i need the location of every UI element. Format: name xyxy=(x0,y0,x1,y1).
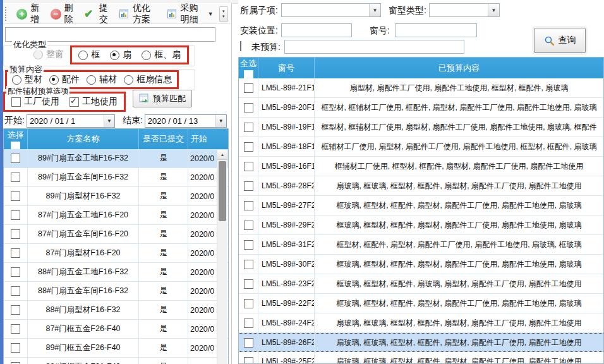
chevron-down-icon[interactable]: ▼ xyxy=(215,115,226,127)
row-checkbox[interactable] xyxy=(11,210,20,220)
table-row[interactable]: LM5L-89#-24F22扇玻璃, 框玻璃, 框型材, 框配件, 扇型材, 扇… xyxy=(239,313,603,333)
table-row[interactable]: LM5L-89#-30F28框玻璃, 框型材, 框配件, 扇型材, 扇配件工厂使… xyxy=(239,255,603,274)
radio-option-型材[interactable]: 型材 xyxy=(12,74,42,85)
row-checkbox[interactable] xyxy=(244,240,253,250)
toolbar-button-1[interactable]: 新增 xyxy=(12,0,45,28)
install-position-input[interactable] xyxy=(281,23,352,37)
table-row[interactable]: 87#门框五金F26-F40是2020/0 xyxy=(4,320,228,339)
chevron-down-icon[interactable]: ▼ xyxy=(488,4,499,16)
chevron-down-icon[interactable]: ▼ xyxy=(208,11,214,17)
row-checkbox[interactable] xyxy=(244,318,253,328)
row-checkbox[interactable] xyxy=(244,83,253,93)
budgeted-content-column-header[interactable]: 已预算内容 xyxy=(315,58,603,78)
row-checkbox[interactable] xyxy=(11,173,20,182)
row-checkbox[interactable] xyxy=(11,324,20,334)
toolbar-button-3[interactable]: 提交 xyxy=(80,0,114,28)
toolbar-button-4[interactable]: 优化方案 xyxy=(114,0,162,28)
toolbar-button-2[interactable]: 删除 xyxy=(46,0,80,28)
radio-icon[interactable] xyxy=(49,75,59,85)
row-checkbox[interactable] xyxy=(11,191,20,201)
scrollbar-thumb[interactable] xyxy=(219,161,226,221)
table-row[interactable]: LM5L-89#-27F25框玻璃, 框型材, 框配件, 扇型材, 扇配件工厂使… xyxy=(239,196,603,215)
table-row[interactable]: LM5L-89#-29F27框玻璃, 框型材, 框配件, 扇型材, 扇配件工厂使… xyxy=(239,215,603,235)
checkbox-option-工地使用[interactable]: 工地使用 xyxy=(69,96,118,107)
select-all-checkbox[interactable] xyxy=(244,70,253,78)
row-checkbox[interactable] xyxy=(244,260,253,269)
radio-option-配件[interactable]: 配件 xyxy=(49,74,80,85)
table-row[interactable]: LM5L-89#-16F15框辅材工厂使用, 框型材, 框配件, 扇型材, 扇配… xyxy=(239,157,603,176)
table-row[interactable]: 89#门扇五金工地F16-F32是2020/0 xyxy=(4,149,228,168)
row-checkbox[interactable] xyxy=(11,248,20,258)
row-checkbox[interactable] xyxy=(11,154,20,163)
window-no-column-header[interactable]: 窗号 xyxy=(258,58,315,78)
radio-icon[interactable] xyxy=(78,51,88,60)
sub-item-combobox[interactable]: ▼ xyxy=(281,3,381,17)
checkbox-option-工厂使用[interactable]: 工厂使用 xyxy=(11,96,59,107)
table-row[interactable]: 88#门框五金F21-F40是2020/0 xyxy=(4,358,228,364)
radio-option-扇[interactable]: 扇 xyxy=(110,49,131,61)
radio-icon[interactable] xyxy=(142,51,151,60)
submitted-column-header[interactable]: 是否已提交 xyxy=(139,129,188,149)
table-row[interactable]: 87#门扇五金工地F16-F20是2020/0 xyxy=(4,206,228,225)
table-row[interactable]: 89#门扇型材F16-F32是2020/0 xyxy=(4,187,228,206)
radio-option-框[interactable]: 框 xyxy=(78,49,100,61)
row-checkbox[interactable] xyxy=(11,267,20,277)
row-checkbox[interactable] xyxy=(244,221,253,230)
table-row[interactable]: LM5L-89#-20F18框型材, 框辅材工厂使用, 框配件, 扇型材, 扇配… xyxy=(239,98,603,118)
checkbox-icon[interactable] xyxy=(11,97,21,107)
row-checkbox[interactable] xyxy=(244,357,253,364)
table-row[interactable]: 87#门扇型材F16-F20是2020/0 xyxy=(4,244,228,263)
no-budget-input[interactable] xyxy=(284,40,464,54)
row-checkbox[interactable] xyxy=(11,305,20,315)
budget-match-button[interactable]: 预算匹配 xyxy=(133,90,192,107)
scroll-up-icon[interactable]: ▲ xyxy=(217,150,227,160)
table-row[interactable]: LM5L-89#-18F16框辅材工厂使用, 扇型材, 扇配件工厂使用, 扇配件… xyxy=(239,137,603,157)
row-checkbox[interactable] xyxy=(244,123,253,132)
table-row[interactable]: 88#门扇五金车间F16-F32是2020/0 xyxy=(4,282,228,301)
row-checkbox[interactable] xyxy=(244,142,253,152)
chevron-down-icon[interactable]: ▼ xyxy=(104,115,114,127)
table-row[interactable]: LM5L-89#-25F23扇玻璃, 框玻璃, 框型材, 框配件, 扇型材, 扇… xyxy=(239,352,603,364)
date-start-picker[interactable]: 2020 / 01 / 1 ▼ xyxy=(27,114,115,128)
radio-option-框、扇[interactable]: 框、扇 xyxy=(142,49,181,61)
table-row[interactable]: 88#门扇五金工地F16-F32是2020/0 xyxy=(4,263,228,282)
radio-option-框扇信息[interactable]: 框扇信息 xyxy=(124,74,172,85)
select-all-checkbox[interactable] xyxy=(11,142,20,149)
checkbox-icon[interactable] xyxy=(69,97,79,107)
radio-icon[interactable] xyxy=(124,75,133,85)
no-budget-checkbox[interactable] xyxy=(240,41,241,51)
table-row[interactable]: 87#门扇五金车间F16-F20是2020/0 xyxy=(4,225,228,244)
chevron-down-icon[interactable]: ▼ xyxy=(369,4,380,16)
toolbar-button-5[interactable]: 采购明细▼ xyxy=(162,0,218,28)
row-checkbox[interactable] xyxy=(11,286,20,296)
window-type-combobox[interactable]: ▼ xyxy=(429,3,500,17)
table-row[interactable]: 88#门扇型材F16-F32是2020/0 xyxy=(4,301,228,320)
row-checkbox[interactable] xyxy=(244,181,253,191)
table-row[interactable]: LM5L-89#-31F29框型材, 框配件, 扇型材, 扇配件工厂使用, 扇配… xyxy=(239,235,603,255)
start-column-header[interactable]: 开始 xyxy=(188,129,219,149)
toolbar-overflow-button[interactable]: ▾▾ xyxy=(219,6,228,22)
window-no-input[interactable] xyxy=(395,23,477,37)
row-checkbox[interactable] xyxy=(244,162,253,171)
radio-icon[interactable] xyxy=(110,51,119,60)
row-checkbox[interactable] xyxy=(244,201,253,210)
radio-icon[interactable] xyxy=(87,75,96,85)
toolbar-gripper-handle[interactable] xyxy=(5,7,9,21)
row-checkbox[interactable] xyxy=(11,343,20,353)
row-checkbox[interactable] xyxy=(244,279,253,289)
table-row[interactable]: LM5L-89#-19F17框型材, 框辅材工厂使用, 扇型材, 扇配件工厂使用… xyxy=(239,118,603,137)
select-all-column-header[interactable]: 全选 xyxy=(239,58,258,78)
select-column-header[interactable]: 选择 xyxy=(4,129,28,149)
table-row[interactable]: LM5L-89#-22F20框玻璃, 框型材, 框配件, 扇型材, 扇配件工厂使… xyxy=(239,294,603,313)
plan-name-column-header[interactable]: 方案名称 xyxy=(28,129,139,149)
table-row[interactable]: LM5L-89#-26F24扇玻璃, 框玻璃, 框型材, 框配件, 扇型材, 扇… xyxy=(239,333,603,352)
row-checkbox[interactable] xyxy=(244,299,253,308)
table-row[interactable]: LM5L-89#-23F21框玻璃, 框型材, 框配件, 扇玻璃, 扇型材, 扇… xyxy=(239,274,603,294)
date-end-picker[interactable]: 2020 / 01 / 13 ▼ xyxy=(145,114,227,128)
row-checkbox[interactable] xyxy=(11,229,20,239)
radio-icon[interactable] xyxy=(12,75,21,85)
table-row[interactable]: 89#门框五金F26-F40是2020/0 xyxy=(4,339,228,358)
vertical-scrollbar[interactable]: ▲ xyxy=(217,150,227,364)
table-row[interactable]: 89#门扇五金车间F16-F32是2020/0 xyxy=(4,168,228,187)
table-row[interactable]: LM5L-89#-21F19扇型材, 扇配件工厂使用, 扇配件工地使用, 框型材… xyxy=(239,78,603,98)
